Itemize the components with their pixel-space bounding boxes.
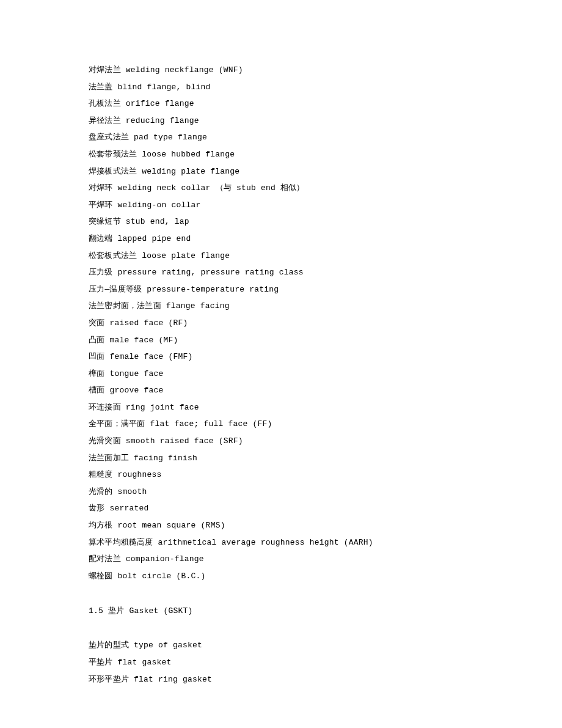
text-line: 法兰盖 blind flange, blind [89, 83, 562, 91]
text-line: 凹面 female face (FMF) [89, 353, 562, 361]
text-line: 异径法兰 reducing flange [89, 117, 562, 125]
text-line: 榫面 tongue face [89, 370, 562, 378]
text-line: 粗糙度 roughness [89, 471, 562, 479]
text-line: 突面 raised face (RF) [89, 319, 562, 327]
text-line: 平垫片 flat gasket [89, 658, 562, 666]
text-line: 翻边端 lapped pipe end [89, 235, 562, 243]
text-line: 法兰密封面，法兰面 flange facing [89, 302, 562, 310]
blank-line [89, 623, 562, 633]
text-line: 垫片的型式 type of gasket [89, 641, 562, 649]
text-line: 对焊法兰 welding neckflange (WNF) [89, 66, 562, 74]
text-line: 焊接板式法兰 welding plate flange [89, 167, 562, 175]
text-line: 压力—温度等级 pressure-temperature rating [89, 285, 562, 293]
text-line: 环连接面 ring joint face [89, 403, 562, 411]
text-line: 螺栓圆 bolt circle (B.C.) [89, 572, 562, 580]
text-line: 环形平垫片 flat ring gasket [89, 675, 562, 683]
text-line: 均方根 root mean square (RMS) [89, 521, 562, 529]
text-line: 松套带颈法兰 loose hubbed flange [89, 150, 562, 158]
text-line: 凸面 male face (MF) [89, 336, 562, 344]
text-line: 算术平均粗糙高度 arithmetical average roughness … [89, 539, 562, 546]
text-line: 槽面 groove face [89, 386, 562, 394]
text-line: 光滑突面 smooth raised face (SRF) [89, 437, 562, 445]
document-page: 对焊法兰 welding neckflange (WNF)法兰盖 blind f… [0, 0, 562, 728]
text-line: 突缘短节 stub end, lap [89, 218, 562, 226]
text-line: 配对法兰 companion-flange [89, 555, 562, 563]
text-line: 1.5 垫片 Gasket (GSKT) [89, 607, 562, 615]
text-line: 齿形 serrated [89, 504, 562, 512]
text-line: 法兰面加工 facing finish [89, 454, 562, 462]
text-line: 盘座式法兰 pad type flange [89, 133, 562, 141]
text-line: 全平面；满平面 flat face; full face (FF) [89, 420, 562, 428]
text-line: 孔板法兰 orifice flange [89, 100, 562, 108]
text-line: 平焊环 welding-on collar [89, 201, 562, 209]
blank-line [89, 589, 562, 598]
text-line: 对焊环 welding neck collar （与 stub end 相似） [89, 184, 562, 192]
text-line: 松套板式法兰 loose plate flange [89, 252, 562, 260]
text-line: 光滑的 smooth [89, 488, 562, 496]
text-line: 压力级 pressure rating, pressure rating cla… [89, 268, 562, 276]
